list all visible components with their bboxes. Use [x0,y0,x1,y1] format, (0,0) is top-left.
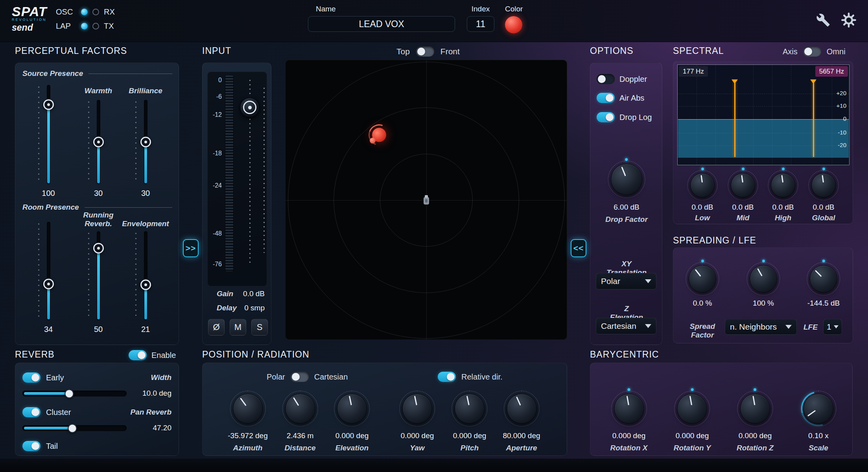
top-front-toggle[interactable] [416,46,434,57]
spread-factor-knob-group: 0.0 % [689,265,716,308]
pan-reverb-slider[interactable] [22,425,127,431]
reverb-enable-toggle[interactable] [129,350,147,360]
relative-dir-label: Relative dir. [461,372,503,382]
cartesian-label[interactable]: Cartesian [314,372,348,382]
envelopment-slider[interactable] [135,231,157,320]
neighbors-knob[interactable] [750,265,777,293]
z-elevation-select[interactable]: Cartesian [596,318,656,334]
pitch-knob[interactable] [455,394,485,424]
xy-translation-select[interactable]: Polar [596,273,656,289]
drop-log-toggle[interactable] [597,112,615,122]
room-presence-slider[interactable] [37,222,59,320]
scale-knob[interactable] [803,394,833,424]
scale-label: Scale [809,444,828,452]
polar-label[interactable]: Polar [267,372,285,382]
high-freq-marker[interactable] [813,81,814,157]
warmth-slider[interactable] [87,100,109,184]
air-abs-toggle[interactable] [597,93,615,103]
source-presence-slider[interactable] [37,85,59,184]
expand-left-button[interactable]: >> [183,239,199,257]
low-knob[interactable] [690,173,715,197]
top-view-label[interactable]: Top [396,47,410,56]
front-view-label[interactable]: Front [440,47,460,56]
wrench-icon[interactable] [816,13,830,27]
color-picker[interactable] [505,16,522,33]
mid-value: 0.0 dB [732,203,754,212]
gear-icon[interactable] [840,12,857,28]
polar-cartesian-toggle[interactable] [291,372,309,382]
high-knob[interactable] [771,173,795,197]
yaw-knob-group: 0.000 deg Yaw [401,394,434,452]
warmth-handle[interactable] [93,137,104,148]
brilliance-label: Brilliance [129,87,162,95]
tx-led[interactable] [92,23,99,30]
brilliance-handle[interactable] [140,137,151,148]
global-knob[interactable] [811,173,836,197]
early-toggle[interactable] [22,372,41,383]
low-freq-badge: 177 Hz [679,66,708,77]
pan-reverb-handle[interactable] [68,424,77,433]
lap-led[interactable] [81,23,88,30]
width-handle[interactable] [65,389,74,398]
elevation-knob[interactable] [337,394,367,424]
width-slider[interactable] [22,391,127,396]
meter-scale-0: 0 [208,77,222,84]
index-input[interactable]: 11 [467,16,494,32]
room-presence-handle[interactable] [43,278,54,289]
osc-label: OSC [56,7,76,17]
name-input[interactable]: LEAD VOX [308,16,455,32]
low-freq-marker[interactable] [734,81,735,157]
spectral-plot[interactable]: 177 Hz 5657 Hz +20 +10 0 -10 -20 [677,65,850,165]
osc-led[interactable] [81,9,88,15]
rotation-y-knob[interactable] [677,394,707,424]
rotation-x-value: 0.000 deg [612,431,646,440]
mid-knob[interactable] [731,173,755,197]
envelopment-handle[interactable] [140,279,151,290]
source-object[interactable] [372,128,386,142]
mute-button[interactable]: M [230,319,246,336]
phase-button[interactable]: Ø [208,319,225,336]
distance-knob[interactable] [285,394,315,424]
aperture-knob[interactable] [507,394,536,424]
tail-toggle[interactable] [22,441,41,451]
brilliance-slider[interactable] [135,100,157,184]
spatial-view[interactable] [285,60,567,340]
source-presence-handle[interactable] [43,100,54,110]
spreading-panel: 0.0 % 100 % -144.5 dB Spread Factor n. N… [673,247,853,343]
lap-tx-row: LAP TX [56,21,115,31]
lfe-knob[interactable] [810,265,837,293]
axis-omni-toggle[interactable] [803,46,821,57]
doppler-toggle[interactable] [597,74,615,84]
relative-dir-toggle[interactable] [438,372,456,382]
rotation-z-knob[interactable] [740,394,770,424]
yaw-knob[interactable] [402,394,432,424]
perceptual-title: PERCEPTUAL FACTORS [15,46,127,56]
room-presence-label: Room Presence [22,203,79,212]
low-value: 0.0 dB [692,203,713,212]
db-label-p20: +20 [837,90,846,96]
drop-factor-knob[interactable] [611,164,642,195]
solo-button[interactable]: S [251,319,268,336]
air-abs-label: Air Abs [619,94,644,103]
app-window: SPAT REVOLUTION send OSC RX LAP TX Name … [0,0,868,472]
azimuth-knob[interactable] [233,394,263,424]
azimuth-label: Azimuth [233,444,263,452]
neighbors-select[interactable]: n. Neighbors [725,319,797,335]
neighbors-knob-group: 100 % [750,265,777,308]
rx-led[interactable] [92,9,99,15]
pan-reverb-label: Pan Reverb [130,408,171,417]
spread-factor-knob[interactable] [689,265,716,293]
rotation-x-knob[interactable] [614,394,644,424]
room-presence-section: Room Presence [22,203,172,212]
rotation-z-label: Rotation Z [737,444,774,452]
axis-label[interactable]: Axis [783,47,798,56]
cluster-toggle[interactable] [22,407,41,417]
lfe-select[interactable]: 1 [823,319,842,335]
mid-knob-group: 0.0 dB Mid [731,173,755,222]
omni-label[interactable]: Omni [827,47,846,56]
input-meter-area: 0 -6 -12 -18 -24 -48 -76 [207,72,267,286]
running-reverb-handle[interactable] [93,243,104,253]
expand-right-button[interactable]: << [571,239,586,257]
running-reverb-slider[interactable] [87,231,109,320]
input-gain-fader[interactable] [240,97,260,118]
